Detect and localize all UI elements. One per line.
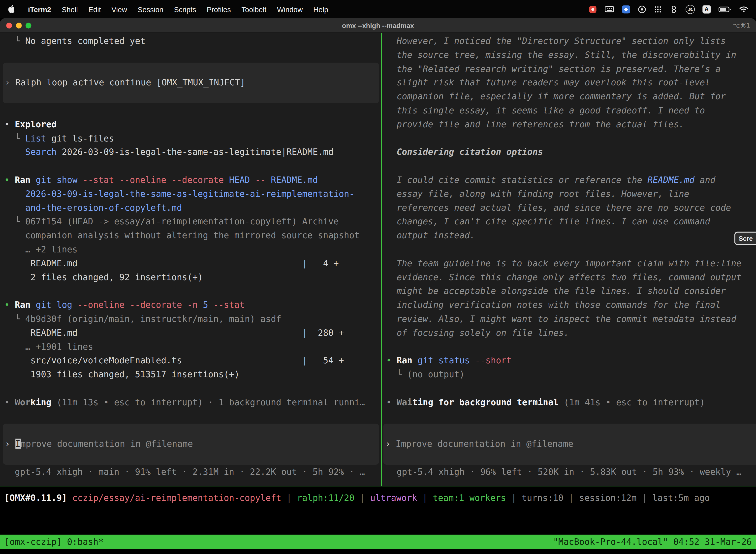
text-segment: ting for background terminal [412,397,559,407]
battery-icon[interactable] [718,6,731,12]
text-segment: • [4,119,15,129]
blank-line [386,243,756,257]
text-segment: • [386,397,397,407]
text-segment: --short [475,355,511,365]
tmux-pane-left[interactable]: └ No agents completed yet› Ralph loop ac… [0,33,381,486]
terminal-line: including verification notes with those … [386,298,756,312]
blank-line [4,48,381,62]
text-segment: including verification notes with those … [386,299,720,310]
wifi-icon[interactable] [739,6,748,12]
terminal-line: evidence. Since this change only affects… [386,271,756,284]
text-segment: README.md [271,175,318,185]
blank-line [4,159,381,173]
menu-item-view[interactable]: View [106,5,132,13]
text-segment: Ran [397,355,418,365]
model-status: gpt-5.4 xhigh · 96% left · 520K in · 5.8… [386,465,756,479]
blank-line [4,284,381,298]
text-segment: | [281,493,297,503]
terminal-line: might be acceptable alongside the file l… [386,284,756,298]
prompt-input[interactable]: › Improve documentation in @filename [383,424,756,464]
text-segment: Wor [15,397,30,407]
input-source-label: A [704,6,709,12]
input-source-icon[interactable]: A [702,5,711,13]
cpu-load-icon[interactable]: .61 [686,4,695,14]
text-segment: the "Related research writing" section i… [386,63,720,74]
text-segment: | [637,493,652,503]
blank-line [4,409,381,423]
terminal-line: and-the-erosion-of-copyleft.md [4,201,381,215]
terminal-line: └ (no output) [386,368,756,382]
stacks-icon[interactable] [670,5,678,13]
text-segment: git status [418,355,475,365]
window-titlebar[interactable]: omx --xhigh --madmax ⌥⌘1 [0,18,756,33]
minimize-button[interactable] [16,22,21,28]
terminal-line: 2026-03-09-is-legal-the-same-as-legitima… [4,187,381,201]
text-segment: --stat [213,299,245,310]
terminal-line: changes, I can't cite specific file line… [386,215,756,229]
terminal-line: review. Also, I might want to inspect th… [386,312,756,326]
apple-menu[interactable] [8,5,15,13]
zoom-button[interactable] [25,22,31,28]
circle-app-icon[interactable] [638,5,646,13]
menu-item-scripts[interactable]: Scripts [169,5,201,13]
text-segment: README.md | 280 + [4,327,344,338]
text-segment: List [25,133,46,143]
terminal-line: … +1901 lines [4,340,381,354]
reasoning-heading: Considering citation options [386,146,756,159]
shortcuts-icon[interactable] [622,5,630,13]
app-grid-icon[interactable] [654,5,662,13]
screenshot-popup[interactable]: Scre [735,232,756,245]
menu-item-help[interactable]: Help [308,5,334,13]
readme-md-reference: README.md [647,175,694,185]
text-segment: Search [25,147,57,157]
menu-item-window[interactable]: Window [271,5,308,13]
screen: iTerm2ShellEditViewSessionScriptsProfile… [0,0,756,554]
window-title: omx --xhigh --madmax [0,21,756,29]
text-segment: (no output) [407,369,464,379]
terminal-line: essay file, along with finding root file… [386,187,756,201]
text-segment: gpt-5.4 xhigh · 96% left · 520K in · 5.8… [386,466,742,477]
text-segment: -n [187,299,203,310]
text-segment: might be acceptable alongside the file l… [386,286,726,296]
text-segment: | [355,493,370,503]
text-segment: evidence. Since this change only affects… [386,272,742,282]
tmux-pane-right[interactable]: However, I noticed the "Directory Struct… [382,33,756,486]
text-segment [67,493,72,503]
ran-git-status: • Ran git status --short [386,354,756,368]
menu-item-profiles[interactable]: Profiles [201,5,236,13]
text-segment: references need actual files, and since … [386,203,731,213]
blank-line [386,409,756,423]
text-segment: --stat --oneline --decorate [83,175,229,185]
menu-item-shell[interactable]: Shell [57,5,83,13]
keyboard-viewer-icon[interactable] [605,6,614,12]
text-segment: • [386,355,397,365]
model-status: gpt-5.4 xhigh · main · 91% left · 2.31M … [4,465,381,479]
menu-item-session[interactable]: Session [132,5,169,13]
text-segment: king [30,397,51,407]
text-segment: However, I noticed the "Directory Struct… [386,36,726,46]
terminal-line: the source tree, missing the essay. Stil… [386,48,756,62]
menu-item-edit[interactable]: Edit [83,5,106,13]
screen-recording-icon[interactable] [589,5,597,13]
tmux-status-bar: [omx-cczip] 0:bash* "MacBook-Pro-44.loca… [0,535,756,549]
terminal-line: 1903 files changed, 513517 insertions(+) [4,368,381,382]
menu-item-toolbelt[interactable]: Toolbelt [236,5,271,13]
text-segment: --oneline --decorate [77,299,187,310]
text-segment: Improve documentation in @filename [396,439,573,449]
prompt-input[interactable]: › Improve documentation in @filename [3,424,379,464]
waiting-status: • Waiting for background terminal (1m 41… [386,395,756,409]
ralph-loop-banner[interactable]: › Ralph loop active continue [OMX_TMUX_I… [3,63,379,103]
text-segment: HEAD [229,175,255,185]
omx-last: last:5m ago [652,493,710,503]
apple-logo-icon [8,5,15,13]
text-segment: review. Also, I might want to inspect th… [386,314,736,324]
window-shortcut-hint: ⌥⌘1 [733,21,750,29]
terminal-line: of focusing solely on file lines. [386,326,756,340]
text-segment: gpt-5.4 xhigh · main · 91% left · 2.31M … [4,466,365,477]
menu-item-iterm2[interactable]: iTerm2 [22,5,56,13]
text-segment: slight risk that future readers may over… [386,77,710,88]
text-segment: -- [255,175,271,185]
text-segment: • [4,397,15,407]
omx-version: [OMX#0.11.9] [4,493,67,503]
close-button[interactable] [6,22,12,28]
